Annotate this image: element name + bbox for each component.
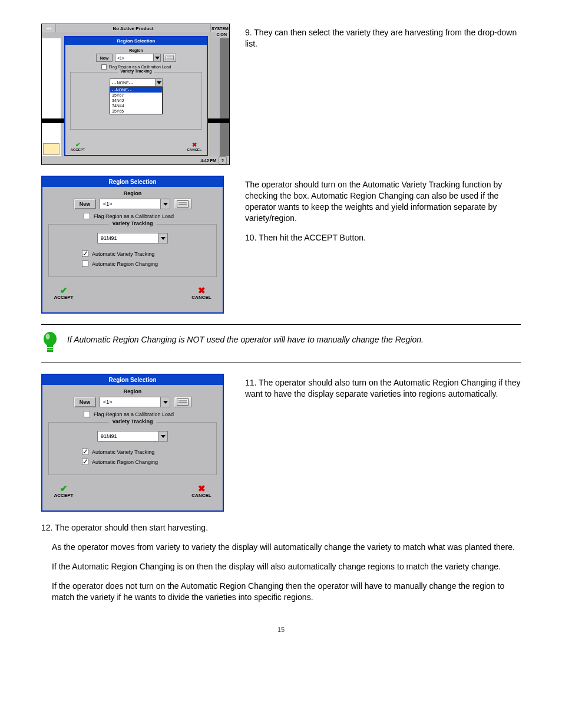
region-selection-dialog: Region Selection Region New <1> Flag Reg… <box>64 36 208 156</box>
svg-rect-11 <box>177 399 189 406</box>
auto-region-checkbox[interactable] <box>82 261 88 267</box>
step-9a: 9. They can then select the variety they… <box>245 27 521 50</box>
variety-tracking-legend: Variety Tracking <box>118 69 154 73</box>
close-icon: ✖ <box>190 485 213 493</box>
system-button[interactable]: SYSTEM <box>210 24 229 32</box>
flag-label: Flag Region as a Calibration Load <box>94 213 174 219</box>
check-icon: ✔ <box>52 485 75 493</box>
screenshot-2: Region Selection Region New <1> Flag Reg… <box>41 176 224 314</box>
svg-rect-3 <box>177 201 189 207</box>
auto-region-checkbox[interactable] <box>82 459 88 465</box>
chevron-down-icon <box>155 79 162 86</box>
flag-checkbox[interactable] <box>101 64 107 70</box>
list-item[interactable]: 34N42 <box>110 98 162 103</box>
variety-tracking-legend: Variety Tracking <box>108 419 156 424</box>
flag-checkbox[interactable] <box>84 411 90 417</box>
accept-button[interactable]: ✔ACCEPT <box>52 286 75 307</box>
variety-tracking-group: Variety Tracking - - NONE- - - -NONE- - … <box>70 72 202 130</box>
region-heading: Region <box>48 388 217 394</box>
new-button[interactable]: New <box>96 54 113 62</box>
svg-point-6 <box>44 332 57 346</box>
new-button[interactable]: New <box>74 199 96 209</box>
accept-button[interactable]: ✔ACCEPT <box>52 485 75 505</box>
screenshot-1: ◂◂ No Active Product SYSTEM CION 4:42 PM… <box>41 24 230 165</box>
step-12b: As the operator moves from variety to va… <box>41 542 521 553</box>
accept-button[interactable]: ✔ACCEPT <box>69 142 87 155</box>
variety-tracking-legend: Variety Tracking <box>108 220 156 226</box>
flag-label: Flag Region as a Calibration Load <box>94 411 174 417</box>
map-icon[interactable] <box>43 143 59 155</box>
dark-gutter <box>220 38 229 156</box>
check-icon: ✔ <box>52 286 75 295</box>
list-item[interactable]: 35Y67 <box>110 93 162 98</box>
screenshot-3: Region Selection Region New <1> Flag Reg… <box>41 374 224 512</box>
keyboard-icon[interactable] <box>174 397 191 407</box>
tab-partial: CION <box>216 32 229 37</box>
page-number: 15 <box>41 626 521 633</box>
svg-rect-8 <box>47 345 53 347</box>
keyboard-icon[interactable] <box>163 54 176 62</box>
help-icon[interactable]: ? <box>219 156 227 164</box>
svg-rect-10 <box>47 350 53 352</box>
step-12c: If the Automatic Region Changing is on t… <box>41 561 521 572</box>
step-9b: The operator should turn on the Automati… <box>245 179 521 224</box>
close-icon: ✖ <box>186 142 203 148</box>
auto-variety-label: Automatic Variety Tracking <box>92 251 154 257</box>
auto-variety-checkbox[interactable] <box>82 449 88 455</box>
flag-label: Flag Region as a Calibration Load <box>109 65 171 69</box>
cancel-button[interactable]: ✖CANCEL <box>190 485 213 505</box>
clock: 4:42 PM <box>201 159 216 163</box>
list-item[interactable]: 35Y65 <box>110 108 162 114</box>
region-heading: Region <box>70 48 202 52</box>
auto-variety-label: Automatic Variety Tracking <box>92 449 154 455</box>
step-10: 10. Then hit the ACCEPT Button. <box>245 232 521 243</box>
region-heading: Region <box>48 190 217 196</box>
svg-point-7 <box>46 334 50 340</box>
chevron-down-icon <box>158 431 167 441</box>
cancel-button[interactable]: ✖CANCEL <box>186 142 203 155</box>
tip-text: If Automatic Region Changing is NOT used… <box>67 331 424 345</box>
list-item[interactable]: - -NONE- - <box>110 87 162 93</box>
lightbulb-icon <box>41 331 59 354</box>
check-icon: ✔ <box>69 142 87 148</box>
region-combo[interactable]: <1> <box>115 54 161 62</box>
variety-combo[interactable]: 91M91 <box>97 431 168 442</box>
chevron-down-icon <box>160 397 170 407</box>
list-item[interactable]: 34N44 <box>110 103 162 108</box>
dialog-title: Region Selection <box>42 375 223 385</box>
close-icon: ✖ <box>190 286 213 295</box>
chevron-down-icon <box>158 233 167 243</box>
svg-rect-0 <box>166 55 174 60</box>
dialog-title: Region Selection <box>65 37 207 45</box>
new-button[interactable]: New <box>74 397 96 407</box>
variety-combo[interactable]: 91M91 <box>97 233 168 243</box>
step-12a: 12. The operator should then start harve… <box>41 522 521 533</box>
auto-region-label: Automatic Region Changing <box>92 459 158 465</box>
region-combo[interactable]: <1> <box>100 199 170 209</box>
divider <box>41 363 521 363</box>
divider <box>41 324 521 325</box>
auto-variety-checkbox[interactable] <box>82 251 88 257</box>
cancel-button[interactable]: ✖CANCEL <box>190 286 213 307</box>
step-11: 11. The operator should also turn on the… <box>245 377 521 400</box>
variety-dropdown-list[interactable]: - -NONE- - 35Y67 34N42 34N44 35Y65 <box>110 87 163 114</box>
dialog-title: Region Selection <box>42 177 223 187</box>
keyboard-icon[interactable] <box>174 199 191 209</box>
flag-checkbox[interactable] <box>84 213 90 219</box>
step-12d: If the operator does not turn on the Aut… <box>41 581 521 603</box>
back-button[interactable]: ◂◂ <box>42 24 56 32</box>
svg-rect-9 <box>47 348 53 350</box>
top-title: No Active Product <box>56 26 210 31</box>
region-combo[interactable]: <1> <box>100 397 170 407</box>
chevron-down-icon <box>160 199 170 209</box>
auto-region-label: Automatic Region Changing <box>92 261 158 267</box>
variety-combo[interactable]: - - NONE- - <box>110 78 163 87</box>
variety-tracking-group: Variety Tracking 91M91 Automatic Variety… <box>48 224 217 277</box>
variety-tracking-group: Variety Tracking 91M91 Automatic Variety… <box>48 422 217 475</box>
chevron-down-icon <box>153 54 160 61</box>
